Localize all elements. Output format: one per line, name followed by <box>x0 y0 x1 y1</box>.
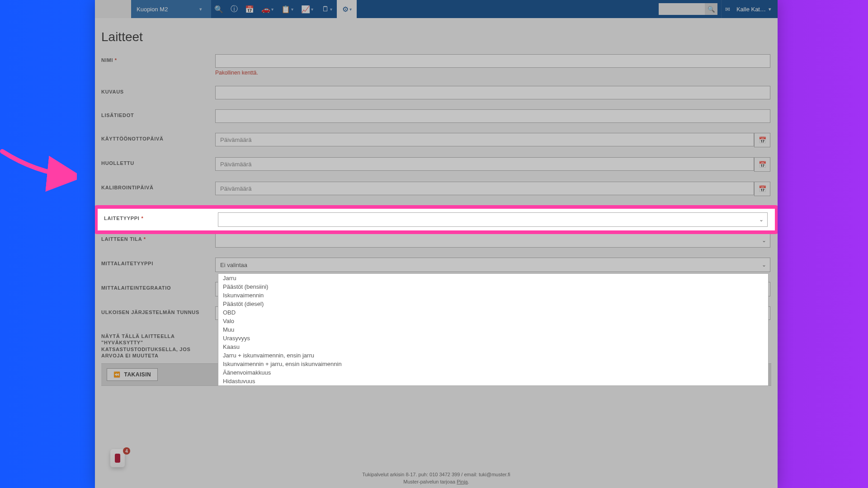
dropdown-option[interactable]: Iskunvaimennin <box>218 291 768 300</box>
dropdown-option[interactable]: Jarru <box>218 274 768 282</box>
back-button-label: TAKAISIN <box>124 371 151 378</box>
dropdown-option[interactable]: Päästöt (diesel) <box>218 300 768 308</box>
label-kayttoonotto: KÄYTTÖÖNOTTOPÄIVÄ <box>101 133 214 141</box>
chevron-down-icon: ▾ <box>330 7 332 12</box>
footer-line2-prefix: Muster-palvelun tarjoaa <box>403 479 457 484</box>
label-laitteen-tila: LAITTEEN TILA <box>101 236 142 242</box>
chevron-down-icon: ▾ <box>291 7 293 12</box>
chevron-down-icon: ▾ <box>271 7 274 12</box>
settings-icon[interactable]: ⚙▾ <box>337 0 357 18</box>
top-nav: Kuopion M2 ▾ 🔍 ⓘ 📅 🚗▾ 📋▾ 📈▾ 🗒▾ ⚙▾ 🔍 ✉ Ka… <box>95 0 778 18</box>
dropdown-option[interactable]: Urasyvyys <box>218 334 768 343</box>
user-menu[interactable]: ✉ Kalle Kat… ▾ <box>721 0 778 18</box>
footer-line1: Tukipalvelut arkisin 8-17. puh: 010 3472… <box>95 471 778 478</box>
field-huollettu: HUOLLETTU Päivämäärä 📅 <box>101 157 771 172</box>
field-laitteen-tila: LAITTEEN TILA * ⌄ <box>101 233 771 248</box>
label-hyvaksytty: NÄYTÄ TÄLLÄ LAITTEELLA "HYVÄKSYTTY" KATS… <box>101 330 214 359</box>
input-kayttoonotto[interactable]: Päivämäärä <box>215 133 754 146</box>
field-kayttoonotto: KÄYTTÖÖNOTTOPÄIVÄ Päivämäärä 📅 <box>101 133 771 147</box>
chevron-down-icon: ▾ <box>769 6 771 12</box>
page-title: Laitteet <box>101 30 771 44</box>
back-button[interactable]: ⏪ TAKAISIN <box>107 368 158 381</box>
input-nimi[interactable] <box>215 54 770 68</box>
nav-search-button[interactable]: 🔍 <box>705 3 717 15</box>
nav-search: 🔍 <box>659 0 721 18</box>
label-mittalaitetyyppi: MITTALAITETYYPPI <box>101 258 214 266</box>
dropdown-option[interactable]: Jarru + iskunvaimennin, ensin jarru <box>218 351 768 360</box>
dropdown-option[interactable]: Iskunvaimennin + jarru, ensin iskunvaime… <box>218 360 768 368</box>
select-laitteen-tila[interactable]: ⌄ <box>215 233 770 248</box>
station-selector[interactable]: Kuopion M2 ▾ <box>131 0 211 18</box>
select-laitetyyppi[interactable]: ⌄ <box>218 212 768 227</box>
footer-link[interactable]: Pinja <box>457 479 467 484</box>
vehicle-icon[interactable]: 🚗▾ <box>257 0 277 18</box>
logo-slot <box>95 0 131 18</box>
page-content: Laitteet NIMI * Pakollinen kenttä. KUVAU… <box>95 18 778 394</box>
error-required: Pakollinen kenttä. <box>215 70 770 76</box>
app-frame: Kuopion M2 ▾ 🔍 ⓘ 📅 🚗▾ 📋▾ 📈▾ 🗒▾ ⚙▾ 🔍 ✉ Ka… <box>95 0 778 488</box>
search-icon[interactable]: 🔍 <box>211 0 226 18</box>
field-nimi: NIMI * Pakollinen kenttä. <box>101 54 771 76</box>
nav-search-input[interactable] <box>659 3 705 15</box>
chevron-down-icon: ▾ <box>311 7 313 12</box>
dropdown-option[interactable]: Kaasu <box>218 343 768 351</box>
field-lisatiedot: LISÄTIEDOT <box>101 109 771 123</box>
input-huollettu[interactable]: Päivämäärä <box>215 157 754 171</box>
dropdown-option[interactable]: Valo <box>218 317 768 325</box>
chart-icon[interactable]: 📈▾ <box>297 0 317 18</box>
dropdown-option[interactable]: Päästöt (bensiini) <box>218 282 768 291</box>
user-name: Kalle Kat… <box>736 6 766 13</box>
highlight-laitetyyppi: LAITETYYPPI * ⌄ JarruPäästöt (bensiini)I… <box>95 206 778 233</box>
field-mittalaitetyyppi: MITTALAITETYYPPI Ei valintaa ⌄ <box>101 258 771 272</box>
page-footer: Tukipalvelut arkisin 8-17. puh: 010 3472… <box>95 471 778 485</box>
label-nimi: NIMI <box>101 57 113 63</box>
select-mittalaitetyyppi[interactable]: Ei valintaa ⌄ <box>215 258 770 272</box>
calendar-icon[interactable]: 📅 <box>754 133 770 147</box>
mail-icon: ✉ <box>725 6 730 13</box>
label-laitetyyppi: LAITETYYPPI <box>104 216 140 221</box>
list-icon[interactable]: 🗒▾ <box>317 0 337 18</box>
field-kalibrointi: KALIBROINTIPÄIVÄ Päivämäärä 📅 <box>101 182 771 196</box>
label-kuvaus: KUVAUS <box>101 86 214 94</box>
dropdown-laitetyyppi[interactable]: JarruPäästöt (bensiini)IskunvaimenninPää… <box>218 273 769 386</box>
calendar-icon[interactable]: 📅 <box>754 157 770 172</box>
calendar-icon[interactable]: 📅 <box>754 182 770 196</box>
dropdown-option[interactable]: Hidastuvuus <box>218 377 768 385</box>
notification-badge: 4 <box>123 447 130 455</box>
chevron-down-icon: ▾ <box>199 6 202 12</box>
field-kuvaus: KUVAUS <box>101 86 771 99</box>
chevron-down-icon: ⌄ <box>759 216 764 223</box>
dropdown-option[interactable]: OBD <box>218 308 768 317</box>
label-ulkoinen-tunnus: ULKOISEN JÄRJESTELMÄN TUNNUS <box>101 306 214 315</box>
input-kalibrointi[interactable]: Päivämäärä <box>215 182 754 195</box>
chevron-down-icon: ▾ <box>349 7 352 12</box>
label-kalibrointi: KALIBROINTIPÄIVÄ <box>101 182 214 190</box>
chevron-down-icon: ⌄ <box>762 237 766 244</box>
label-huollettu: HUOLLETTU <box>101 157 214 166</box>
station-label: Kuopion M2 <box>137 6 168 13</box>
input-kuvaus[interactable] <box>215 86 770 99</box>
clipboard-icon[interactable]: 📋▾ <box>277 0 297 18</box>
label-mittalaiteintegraatio: MITTALAITEINTEGRAATIO <box>101 282 214 291</box>
rewind-icon: ⏪ <box>113 371 121 378</box>
dropdown-option[interactable]: Muu <box>218 325 768 334</box>
input-lisatiedot[interactable] <box>215 109 770 123</box>
laitetyyppi-host: ⌄ JarruPäästöt (bensiini)IskunvaimenninP… <box>218 212 769 227</box>
dropdown-option[interactable]: Äänenvoimakkuus <box>218 368 768 377</box>
field-laitetyyppi: LAITETYYPPI * ⌄ JarruPäästöt (bensiini)I… <box>104 209 769 230</box>
calendar-icon[interactable]: 📅 <box>242 0 257 18</box>
help-bubble[interactable]: 4 <box>110 449 128 468</box>
label-lisatiedot: LISÄTIEDOT <box>101 109 214 118</box>
chevron-down-icon: ⌄ <box>762 262 766 268</box>
info-icon[interactable]: ⓘ <box>226 0 242 18</box>
